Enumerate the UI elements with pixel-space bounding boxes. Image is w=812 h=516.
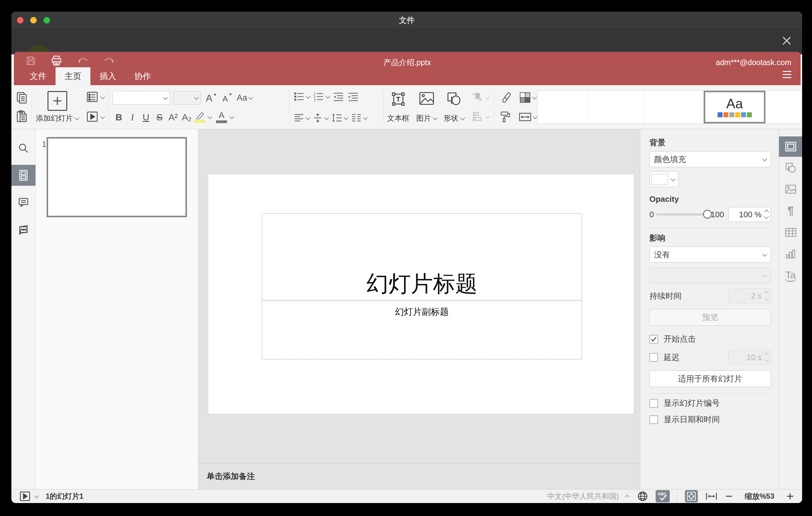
increase-font-icon[interactable]: A (204, 92, 218, 104)
duration-step-down-icon[interactable] (764, 296, 769, 300)
start-preview-icon[interactable] (20, 491, 31, 501)
decrease-indent-icon[interactable] (332, 91, 345, 102)
shape-settings-icon[interactable] (779, 157, 802, 178)
zoom-level-label[interactable]: 缩放%53 (745, 491, 774, 501)
menu-icon[interactable] (783, 69, 791, 80)
title-placeholder[interactable]: 幻灯片标题 (262, 213, 582, 300)
show-date-checkbox[interactable] (649, 415, 658, 424)
opacity-step-up-icon[interactable] (764, 209, 769, 214)
language-caret-icon[interactable] (625, 494, 630, 499)
notes-area[interactable]: 单击添加备注 (198, 463, 640, 489)
slide-canvas[interactable]: 幻灯片标题 幻灯片副标题 (208, 174, 634, 414)
add-slide-label[interactable]: 添加幻灯片 (36, 113, 73, 123)
clear-style-icon[interactable] (498, 91, 512, 104)
opacity-slider[interactable] (656, 213, 708, 216)
preview-button[interactable]: 预览 (649, 309, 771, 325)
theme-option-3[interactable] (645, 91, 704, 123)
editor-canvas[interactable]: 幻灯片标题 幻灯片副标题 (198, 129, 640, 463)
background-fill-select[interactable]: 颜色填充 (649, 151, 771, 167)
tab-file[interactable]: 文件 (21, 67, 56, 85)
start-on-click-checkbox[interactable] (649, 335, 658, 343)
arrange-shape-icon[interactable] (471, 91, 490, 104)
copy-style-icon[interactable] (498, 110, 512, 123)
theme-gallery-expand-icon[interactable] (802, 91, 802, 123)
bold-icon[interactable]: B (113, 112, 125, 122)
italic-icon[interactable]: I (126, 112, 139, 122)
chart-settings-icon[interactable] (779, 243, 802, 265)
underline-icon[interactable]: U (140, 112, 152, 122)
horizontal-align-icon[interactable] (293, 113, 310, 123)
background-color-button[interactable] (649, 172, 678, 187)
text-box-icon[interactable]: T (390, 91, 406, 107)
slide-subtitle-text[interactable]: 幻灯片副标题 (395, 306, 449, 318)
notes-placeholder[interactable]: 单击添加备注 (207, 471, 255, 482)
add-slide-button[interactable] (48, 91, 67, 111)
image-icon[interactable] (418, 91, 435, 106)
slide-settings-icon[interactable] (779, 136, 802, 157)
comments-icon[interactable] (11, 192, 35, 213)
theme-option-5[interactable] (765, 91, 802, 123)
duration-step-up-icon[interactable] (764, 291, 769, 296)
chat-icon[interactable] (11, 219, 35, 240)
delay-step-down-icon[interactable] (764, 357, 769, 362)
text-art-settings-icon[interactable]: Ta (779, 265, 802, 286)
change-case-icon[interactable]: Aa (236, 92, 253, 104)
slide-title-text[interactable]: 幻灯片标题 (367, 269, 477, 300)
image-label[interactable]: 图片 (416, 113, 431, 123)
numbering-icon[interactable]: 123 (313, 91, 330, 102)
slide-layout-icon[interactable] (86, 91, 105, 104)
opacity-input[interactable]: 100 % (728, 207, 771, 222)
bullets-icon[interactable] (293, 91, 311, 102)
table-settings-icon[interactable] (779, 222, 802, 243)
text-box-label[interactable]: 文本框 (387, 113, 409, 123)
highlight-color-icon[interactable] (194, 111, 205, 123)
close-icon[interactable] (781, 35, 792, 46)
tab-insert[interactable]: 插入 (90, 67, 125, 85)
shape-label[interactable]: 形状 (444, 113, 459, 123)
search-icon[interactable] (11, 138, 35, 159)
slides-panel-icon[interactable] (11, 165, 35, 186)
show-slide-number-checkbox[interactable] (649, 399, 658, 408)
delay-input[interactable]: 10 s (728, 350, 771, 365)
paste-icon[interactable] (16, 110, 28, 123)
image-settings-icon[interactable] (779, 178, 802, 200)
shape-icon[interactable] (446, 91, 462, 106)
theme-option-1[interactable] (538, 91, 587, 123)
preview-options-icon[interactable] (34, 493, 39, 498)
zoom-in-icon[interactable] (786, 492, 794, 500)
decrease-font-icon[interactable]: A (221, 92, 233, 104)
color-scheme-icon[interactable] (518, 91, 538, 104)
fit-to-slide-icon[interactable] (685, 490, 698, 503)
fit-to-width-icon[interactable] (705, 492, 718, 501)
duration-input[interactable]: 2 s (728, 289, 771, 304)
delay-checkbox[interactable] (649, 353, 658, 362)
theme-option-selected[interactable]: Aa (704, 91, 765, 123)
paragraph-settings-icon[interactable]: ¶ (779, 200, 802, 222)
tab-collaboration[interactable]: 协作 (125, 67, 160, 85)
columns-icon[interactable] (350, 113, 368, 123)
strikeout-icon[interactable]: S (153, 112, 166, 122)
language-label[interactable]: 中文(中华人民共和国) (547, 491, 619, 501)
effect-select[interactable]: 没有 (649, 247, 771, 263)
start-slideshow-icon[interactable] (86, 111, 105, 123)
line-spacing-icon[interactable] (331, 113, 348, 123)
font-color-icon[interactable]: A (216, 111, 227, 123)
delay-step-up-icon[interactable] (764, 352, 769, 357)
opacity-step-down-icon[interactable] (764, 214, 769, 219)
document-language-icon[interactable] (637, 491, 648, 502)
zoom-out-icon[interactable] (725, 492, 733, 500)
effect-type-select[interactable] (649, 267, 771, 284)
font-name-select[interactable] (113, 91, 170, 105)
copy-icon[interactable] (16, 91, 28, 105)
font-size-select[interactable] (173, 91, 201, 105)
superscript-icon[interactable]: A² (167, 112, 179, 122)
align-shape-icon[interactable] (471, 110, 490, 123)
slide-size-icon[interactable] (518, 111, 538, 123)
vertical-align-icon[interactable] (312, 113, 329, 123)
tab-home[interactable]: 主页 (56, 67, 90, 85)
subtitle-placeholder[interactable]: 幻灯片副标题 (262, 300, 582, 360)
increase-indent-icon[interactable] (347, 91, 360, 102)
slide-thumbnail[interactable] (47, 137, 187, 217)
spell-check-icon[interactable]: ABC (656, 490, 670, 503)
theme-option-2[interactable] (587, 91, 645, 123)
